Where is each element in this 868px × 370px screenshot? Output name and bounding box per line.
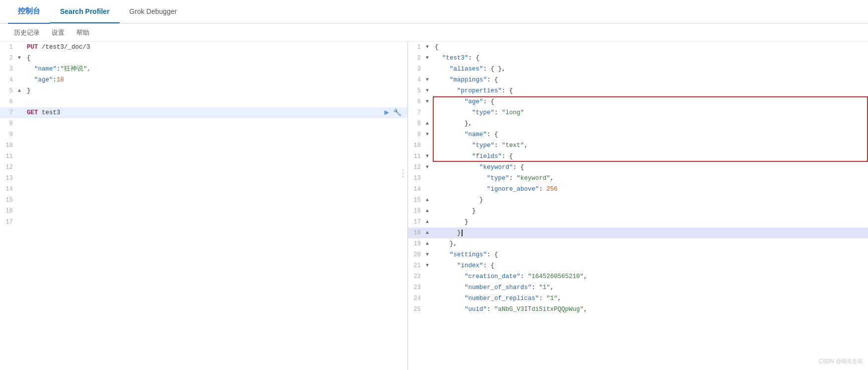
fold-toggle[interactable]: ▼ (426, 151, 433, 162)
fold-toggle[interactable]: ▼ (426, 260, 433, 271)
line-content: "properties": { (433, 85, 868, 96)
line-number: 16 (0, 206, 18, 217)
wrench-icon[interactable]: 🔧 (393, 107, 401, 118)
output-line: 14 "ignore_above": 256 (408, 184, 868, 195)
fold-toggle[interactable]: ▲ (426, 118, 433, 129)
nav-history[interactable]: 历史记录 (8, 26, 46, 39)
line-number: 11 (408, 151, 426, 162)
output-line: 2▼ "test3": { (408, 53, 868, 64)
line-number: 18 (408, 227, 426, 238)
editor-line: 15 (0, 195, 407, 206)
line-number: 2 (0, 53, 18, 64)
editor-line: 8 (0, 118, 407, 129)
editor-line: 13 (0, 173, 407, 184)
line-content: "settings": { (433, 249, 868, 260)
nav-settings[interactable]: 设置 (46, 26, 70, 39)
line-number: 13 (408, 173, 426, 184)
line-content: "name":"狂神说", (25, 64, 407, 74)
line-number: 5 (0, 85, 18, 96)
output-line: 25 "uuid": "aNbG_V3ITdi5itxPQQpWug", (408, 304, 868, 315)
nav-help[interactable]: 帮助 (70, 26, 95, 39)
output-line: 7 "type": "long" (408, 107, 868, 118)
line-content: } (25, 85, 407, 96)
line-number: 7 (408, 107, 426, 118)
line-content: PUT /test3/_doc/3 (25, 42, 407, 53)
line-content: "type": "text", (433, 140, 868, 151)
tab-search-profiler[interactable]: Search Profiler (50, 0, 120, 22)
line-content: "ignore_above": 256 (433, 184, 868, 195)
editor-line: 16 (0, 206, 407, 217)
line-content: "age":18 (25, 74, 407, 85)
fold-toggle[interactable]: ▼ (426, 85, 433, 96)
line-number: 14 (0, 184, 18, 195)
line-content: "type": "long" (433, 107, 868, 118)
fold-toggle[interactable]: ▼ (18, 53, 25, 64)
line-content: } (433, 206, 868, 217)
line-number: 25 (408, 304, 426, 315)
line-number: 19 (408, 238, 426, 249)
editor-line: 14 (0, 184, 407, 195)
output-line: 5▼ "properties": { (408, 85, 868, 96)
fold-toggle[interactable]: ▲ (426, 227, 433, 238)
fold-toggle[interactable]: ▲ (426, 206, 433, 217)
output-line: 21▼ "index": { (408, 260, 868, 271)
line-content: "index": { (433, 260, 868, 271)
panel-resize-handle[interactable]: ⋮ (398, 165, 407, 180)
fold-toggle[interactable]: ▼ (426, 42, 433, 53)
editor-line: 4 "age":18 (0, 74, 407, 85)
line-number: 8 (408, 118, 426, 129)
line-number: 16 (408, 206, 426, 217)
run-icon[interactable]: ▶ (384, 107, 389, 118)
line-number: 5 (408, 85, 426, 96)
line-content: { (433, 42, 868, 53)
line-number: 20 (408, 249, 426, 260)
top-navigation: 控制台 Search Profiler Grok Debugger (0, 0, 868, 24)
line-number: 14 (408, 184, 426, 195)
editor-line: 3 "name":"狂神说", (0, 64, 407, 74)
fold-toggle[interactable]: ▼ (426, 129, 433, 140)
output-line: 1▼{ (408, 42, 868, 53)
code-editor[interactable]: 1PUT /test3/_doc/32▼{3 "name":"狂神说",4 "a… (0, 42, 407, 370)
output-line: 12▼ "keyword": { (408, 162, 868, 173)
editor-line: 2▼{ (0, 53, 407, 64)
editor-line: 1PUT /test3/_doc/3 (0, 42, 407, 53)
line-number: 12 (0, 162, 18, 173)
line-number: 15 (408, 195, 426, 206)
line-content: "number_of_shards": "1", (433, 282, 868, 293)
output-line: 17▲ } (408, 217, 868, 227)
editor-line: 10 (0, 140, 407, 151)
fold-toggle[interactable]: ▼ (426, 74, 433, 85)
output-line: 8▲ }, (408, 118, 868, 129)
line-content: } (433, 227, 868, 238)
fold-toggle[interactable]: ▲ (426, 195, 433, 206)
editor-line: 7GET test3▶🔧 (0, 107, 407, 118)
line-number: 12 (408, 162, 426, 173)
editor-line: 11 (0, 151, 407, 162)
line-number: 2 (408, 53, 426, 64)
tab-grok-debugger[interactable]: Grok Debugger (120, 0, 187, 22)
fold-toggle[interactable]: ▲ (426, 238, 433, 249)
line-content: "test3": { (433, 53, 868, 64)
tab-console[interactable]: 控制台 (8, 0, 50, 24)
output-editor[interactable]: 1▼{2▼ "test3": {3 "aliases": { },4▼ "map… (408, 42, 868, 370)
fold-toggle[interactable]: ▲ (18, 85, 25, 96)
line-content: "type": "keyword", (433, 173, 868, 184)
fold-toggle[interactable]: ▲ (426, 217, 433, 227)
output-line: 9▼ "name": { (408, 129, 868, 140)
line-content: { (25, 53, 407, 64)
fold-toggle[interactable]: ▼ (426, 96, 433, 107)
fold-toggle[interactable]: ▼ (426, 249, 433, 260)
line-actions: ▶🔧 (384, 107, 407, 118)
line-number: 10 (0, 140, 18, 151)
fold-toggle[interactable]: ▼ (426, 162, 433, 173)
line-number: 24 (408, 293, 426, 304)
fold-toggle[interactable]: ▼ (426, 53, 433, 64)
line-number: 23 (408, 282, 426, 293)
output-line: 16▲ } (408, 206, 868, 217)
output-line: 3 "aliases": { }, (408, 64, 868, 74)
line-number: 4 (408, 74, 426, 85)
line-content: }, (433, 238, 868, 249)
line-content: "age": { (433, 96, 868, 107)
output-line: 20▼ "settings": { (408, 249, 868, 260)
line-number: 15 (0, 195, 18, 206)
